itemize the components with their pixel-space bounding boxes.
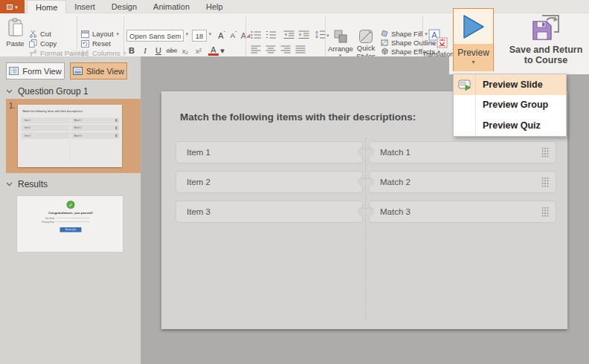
save-and-return-button[interactable]: Save and Returnto Course	[506, 8, 586, 71]
question-group-title: Question Group 1	[18, 86, 88, 97]
font-size-combo[interactable]: 18	[192, 30, 207, 42]
paste-clipboard-icon	[7, 18, 24, 37]
slide-view-button[interactable]: Slide View	[70, 62, 127, 79]
font-size-dropdown-icon[interactable]: ▾	[207, 27, 213, 39]
item-label: Item 1	[187, 148, 210, 157]
item-label: Item 3	[187, 207, 210, 216]
justify-button[interactable]	[295, 45, 306, 53]
question-group-header[interactable]: Question Group 1 1	[0, 84, 141, 99]
preview-dropdown-icon: ▾	[471, 59, 474, 65]
strikethrough-button[interactable]: abc	[165, 45, 178, 56]
drag-handle-icon[interactable]	[541, 147, 549, 157]
arrange-label: Arrange	[328, 45, 353, 53]
numbering-button[interactable]	[265, 30, 277, 39]
tab-animation[interactable]: Animation	[145, 0, 198, 13]
ribbon-tabs: Home Insert Design Animation Help	[27, 0, 231, 13]
match-box-3[interactable]: Match 3	[369, 201, 556, 223]
item-box-1[interactable]: Item 1	[176, 141, 363, 163]
font-color-button[interactable]: A	[208, 46, 219, 56]
grow-caret: ˆ	[224, 30, 225, 35]
shrink-font-button[interactable]: Aˇ	[228, 30, 239, 41]
reset-label: Reset	[92, 39, 111, 48]
slide-view-icon	[73, 67, 83, 75]
app-menu-dropdown-icon: ▾	[15, 4, 18, 10]
tab-help[interactable]: Help	[198, 0, 231, 13]
drag-handle-icon[interactable]	[541, 177, 549, 187]
bullets-button[interactable]	[251, 30, 262, 39]
app-menu-button[interactable]: ▾	[0, 0, 25, 13]
slide-thumbnail-selected[interactable]: 1. Match the following items with their …	[6, 99, 141, 173]
tab-insert[interactable]: Insert	[66, 0, 103, 13]
font-color-dropdown-icon[interactable]: ▾	[219, 45, 226, 56]
form-view-label: Form View	[22, 67, 61, 76]
grow-font-glyph: A	[218, 31, 223, 40]
arrange-button[interactable]: Arrange ▾	[328, 29, 353, 58]
quiz-editor-window: ▾ Home Insert Design Animation Help Past…	[0, 0, 589, 364]
tab-design[interactable]: Design	[103, 0, 145, 13]
quick-styles-button[interactable]: Quick Styles	[354, 29, 378, 60]
superscript-button[interactable]: x²	[192, 45, 205, 56]
puzzle-socket	[365, 148, 374, 157]
menu-item-preview-quiz[interactable]: Preview Quiz	[454, 115, 566, 136]
results-header[interactable]: Results	[0, 177, 141, 192]
puzzle-socket	[365, 178, 374, 186]
play-icon	[462, 13, 486, 40]
match-label: Match 3	[380, 207, 411, 216]
save-return-label: Save and Returnto Course	[509, 45, 583, 65]
subscript-button[interactable]: x₂	[178, 45, 192, 56]
font-name-dropdown-icon[interactable]: ▾	[184, 27, 190, 39]
increase-indent-button[interactable]	[298, 30, 309, 39]
results-thumbnail[interactable]: ✓ Congratulations, you passed! Your Scor…	[16, 195, 123, 253]
chevron-down-icon	[6, 89, 13, 94]
translation-icon: A	[428, 29, 448, 48]
clear-eraser-icon: ◢	[246, 33, 250, 39]
shape-effects-icon	[381, 48, 389, 55]
preview-button[interactable]: Preview ▾	[453, 8, 494, 71]
shape-fill-icon	[381, 30, 389, 37]
italic-button[interactable]: I	[138, 45, 152, 56]
form-view-button[interactable]: Form View	[6, 62, 65, 79]
line-spacing-button[interactable]	[315, 30, 326, 39]
shape-fill-button[interactable]: Shape Fill ▾	[381, 29, 428, 38]
preview-slide-icon	[458, 79, 471, 91]
layout-dropdown-icon: ▾	[117, 31, 120, 36]
menu-item-label: Preview Slide	[476, 79, 543, 90]
layout-label: Layout	[92, 30, 114, 38]
match-box-1[interactable]: Match 1	[369, 141, 556, 163]
slides-sidebar: Form View Slide View Question Group 1 1 …	[0, 56, 141, 364]
layout-button[interactable]: Layout ▾	[81, 29, 119, 39]
align-left-button[interactable]	[251, 45, 261, 53]
form-view-icon	[9, 67, 19, 75]
reset-button[interactable]: Reset	[81, 39, 111, 48]
drag-handle-icon[interactable]	[541, 207, 549, 217]
paste-button[interactable]: Paste	[4, 16, 27, 59]
slide-number: 1.	[9, 102, 15, 110]
item-box-2[interactable]: Item 2	[176, 171, 363, 193]
copy-button[interactable]: Copy	[29, 39, 57, 48]
question-title[interactable]: Match the following items with their des…	[180, 111, 416, 123]
decrease-indent-button[interactable]	[283, 30, 294, 39]
item-label: Item 2	[187, 178, 210, 186]
underline-button[interactable]: U	[152, 45, 165, 56]
shape-fill-label: Shape Fill	[391, 30, 422, 38]
tab-home[interactable]: Home	[27, 0, 66, 13]
font-name-value: Open Sans Semibold	[129, 32, 181, 40]
align-right-button[interactable]	[280, 45, 291, 53]
preview-label: Preview	[457, 48, 489, 58]
quick-styles-label-1: Quick	[354, 44, 378, 52]
item-box-3[interactable]: Item 3	[176, 201, 363, 223]
menu-item-preview-slide[interactable]: Preview Slide	[454, 74, 566, 95]
align-center-button[interactable]	[265, 45, 276, 53]
columns-icon	[81, 50, 89, 57]
grow-font-button[interactable]: Aˆ	[216, 30, 228, 41]
menu-item-label: Preview Group	[476, 100, 548, 110]
bold-button[interactable]: B	[125, 45, 138, 56]
match-box-2[interactable]: Match 2	[369, 171, 556, 193]
menu-item-preview-group[interactable]: Preview Group	[454, 95, 566, 116]
column-divider-dotted	[365, 137, 366, 319]
font-name-combo[interactable]: Open Sans Semibold	[126, 30, 184, 42]
cut-icon	[29, 30, 37, 38]
slide-thumbnail-preview: Match the following items with their des…	[18, 105, 122, 167]
save-return-icon	[529, 11, 563, 42]
cut-button[interactable]: Cut	[29, 29, 51, 39]
